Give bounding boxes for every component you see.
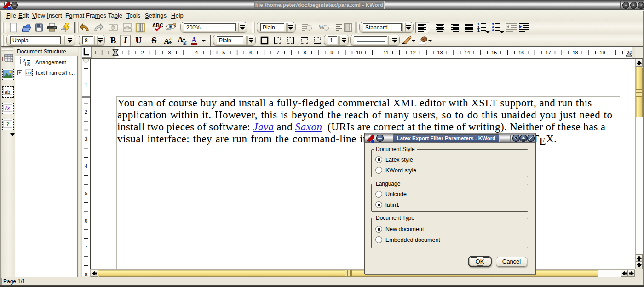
svg-text:16: 16 bbox=[518, 50, 524, 55]
svg-text:18: 18 bbox=[572, 50, 578, 55]
svg-text:5: 5 bbox=[222, 50, 225, 55]
svg-text:√x: √x bbox=[4, 105, 11, 111]
svg-text:4: 4 bbox=[85, 164, 87, 169]
svg-text:2.: 2. bbox=[477, 26, 480, 29]
svg-text:3: 3 bbox=[168, 50, 171, 55]
svg-text:1: 1 bbox=[85, 82, 87, 88]
svg-text:11: 11 bbox=[383, 50, 388, 55]
svg-text:6: 6 bbox=[85, 218, 87, 223]
svg-text:10: 10 bbox=[356, 50, 362, 55]
svg-text:A: A bbox=[191, 36, 197, 44]
svg-text:15: 15 bbox=[491, 50, 497, 55]
svg-text:1.2: 1.2 bbox=[24, 64, 29, 66]
svg-text:2: 2 bbox=[141, 50, 144, 55]
svg-text:5: 5 bbox=[85, 191, 87, 196]
svg-text:3.: 3. bbox=[477, 29, 480, 32]
svg-text:8: 8 bbox=[304, 50, 306, 55]
svg-text:13: 13 bbox=[437, 50, 443, 55]
svg-text:aI: aI bbox=[169, 36, 173, 41]
svg-text:6: 6 bbox=[249, 50, 252, 55]
svg-text:8: 8 bbox=[85, 272, 87, 276]
svg-text:2: 2 bbox=[85, 109, 87, 115]
svg-text:4: 4 bbox=[195, 50, 198, 55]
svg-text:ab: ab bbox=[26, 70, 31, 75]
svg-text:12: 12 bbox=[410, 50, 416, 55]
svg-text:ab: ab bbox=[5, 89, 10, 94]
svg-text:7: 7 bbox=[276, 50, 279, 55]
svg-text:14: 14 bbox=[464, 50, 470, 55]
svg-text:?: ? bbox=[6, 121, 9, 128]
svg-text:7: 7 bbox=[85, 245, 87, 250]
svg-text:I: I bbox=[2, 56, 3, 63]
svg-text:aI: aI bbox=[183, 41, 187, 46]
svg-text:3: 3 bbox=[85, 136, 87, 142]
svg-text:19: 19 bbox=[599, 50, 605, 55]
svg-text:ABC: ABC bbox=[152, 23, 163, 28]
svg-text:1.: 1. bbox=[477, 23, 480, 26]
svg-text:17: 17 bbox=[546, 50, 551, 55]
svg-text:9: 9 bbox=[330, 50, 333, 55]
